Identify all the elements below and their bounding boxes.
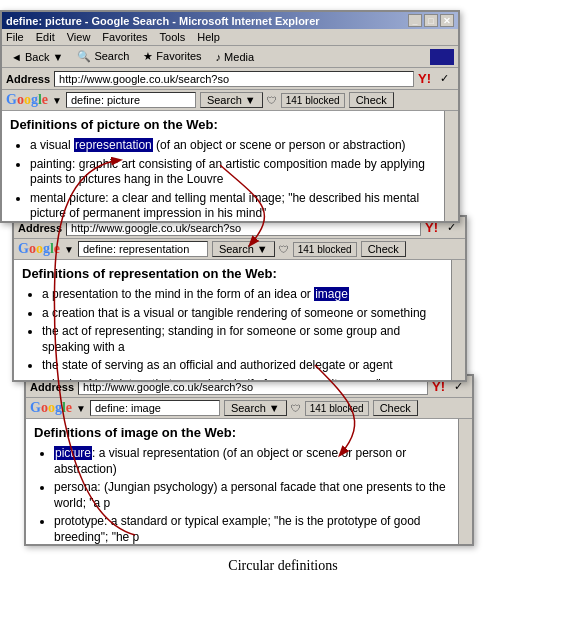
back-btn-1[interactable]: ◄ Back ▼ — [6, 49, 68, 65]
highlight-image: image — [314, 287, 349, 301]
list-item: a presentation to the mind in the form o… — [42, 287, 443, 303]
yahoo-y-1: Y! — [418, 71, 431, 86]
block-icon-3: 🛡 — [291, 403, 301, 414]
menu-file-1[interactable]: File — [6, 31, 24, 43]
google-bar-2: Google ▼ Search ▼ 🛡 141 blocked Check — [14, 239, 465, 260]
list-item: prototype: a standard or typical example… — [54, 514, 450, 544]
google-logo-1: Google — [6, 92, 48, 108]
check-btn-1[interactable]: Check — [349, 92, 394, 108]
close-btn-1[interactable]: ✕ — [440, 14, 454, 27]
list-item: a creation that is a visual or tangible … — [42, 306, 443, 322]
google-dropdown-arrow-1[interactable]: ▼ — [52, 95, 62, 106]
def-title-3: Definitions of image on the Web: — [34, 425, 450, 440]
address-label-1: Address — [6, 73, 50, 85]
list-item: the act of representing; standing in for… — [42, 324, 443, 355]
menu-edit-1[interactable]: Edit — [36, 31, 55, 43]
search-btn-toolbar-1[interactable]: 🔍 Search — [72, 48, 134, 65]
content-area-2: Definitions of representation on the Web… — [14, 260, 465, 380]
address-label-3: Address — [30, 381, 74, 393]
def-list-2: a presentation to the mind in the form o… — [22, 287, 443, 380]
list-item: picture: a visual representation (of an … — [54, 446, 450, 477]
blocked-badge-2: 141 blocked — [293, 242, 357, 257]
check-btn-2[interactable]: Check — [361, 241, 406, 257]
title-bar-1: define: picture - Google Search - Micros… — [2, 12, 458, 29]
google-dropdown-arrow-3[interactable]: ▼ — [76, 403, 86, 414]
media-btn-1[interactable]: ♪ Media — [211, 49, 260, 65]
windows-container: define: picture - Google Search - Micros… — [0, 10, 566, 546]
title-buttons-1: _ □ ✕ — [408, 14, 454, 27]
block-icon-2: 🛡 — [279, 244, 289, 255]
google-search-btn-1[interactable]: Search ▼ — [200, 92, 263, 108]
blocked-badge-3: 141 blocked — [305, 401, 369, 416]
def-list-3: picture: a visual representation (of an … — [34, 446, 450, 544]
block-icon-1: 🛡 — [267, 95, 277, 106]
list-item: persona: (Jungian psychology) a personal… — [54, 480, 450, 511]
toolbar-1: ◄ Back ▼ 🔍 Search ★ Favorites ♪ Media — [2, 46, 458, 68]
def-list-1: a visual representation (of an object or… — [10, 138, 436, 221]
menu-help-1[interactable]: Help — [197, 31, 220, 43]
list-item: a body of legislators that serve in beha… — [42, 377, 443, 380]
highlight-picture: picture — [54, 446, 92, 460]
title-text-1: define: picture - Google Search - Micros… — [6, 15, 320, 27]
browser-window-2: Address Y! ✓ Google ▼ Search ▼ 🛡 141 blo… — [12, 215, 467, 382]
google-logo-2: Google — [18, 241, 60, 257]
scrollbar-3[interactable] — [458, 419, 472, 544]
main-container: define: picture - Google Search - Micros… — [0, 0, 566, 584]
def-title-2: Definitions of representation on the Web… — [22, 266, 443, 281]
menu-view-1[interactable]: View — [67, 31, 91, 43]
content-area-1: Definitions of picture on the Web: a vis… — [2, 111, 458, 221]
google-search-input-1[interactable] — [66, 92, 196, 108]
scrollbar-1[interactable] — [444, 111, 458, 221]
caption: Circular definitions — [0, 558, 566, 574]
scrollbar-2[interactable] — [451, 260, 465, 380]
address-input-1[interactable] — [54, 71, 414, 87]
google-bar-1: Google ▼ Search ▼ 🛡 141 blocked Check — [2, 90, 458, 111]
address-go-1[interactable]: ✓ — [435, 70, 454, 87]
address-bar-1: Address Y! ✓ — [2, 68, 458, 90]
def-title-1: Definitions of picture on the Web: — [10, 117, 436, 132]
browser-window-1: define: picture - Google Search - Micros… — [0, 10, 460, 223]
list-item: the state of serving as an official and … — [42, 358, 443, 374]
address-label-2: Address — [18, 222, 62, 234]
list-item: a visual representation (of an object or… — [30, 138, 436, 154]
google-logo-3: Google — [30, 400, 72, 416]
browser-window-3: Address Y! ✓ Google ▼ Search ▼ 🛡 141 blo… — [24, 374, 474, 546]
google-search-input-3[interactable] — [90, 400, 220, 416]
google-search-btn-3[interactable]: Search ▼ — [224, 400, 287, 416]
google-search-input-2[interactable] — [78, 241, 208, 257]
ie-logo-1 — [430, 49, 454, 65]
minimize-btn-1[interactable]: _ — [408, 14, 422, 27]
highlight-representation: representation — [74, 138, 153, 152]
menu-bar-1: File Edit View Favorites Tools Help — [2, 29, 458, 46]
google-search-btn-2[interactable]: Search ▼ — [212, 241, 275, 257]
blocked-badge-1: 141 blocked — [281, 93, 345, 108]
menu-tools-1[interactable]: Tools — [160, 31, 186, 43]
check-btn-3[interactable]: Check — [373, 400, 418, 416]
list-item: mental picture: a clear and telling ment… — [30, 191, 436, 221]
favorites-btn-1[interactable]: ★ Favorites — [138, 48, 206, 65]
content-area-3: Definitions of image on the Web: picture… — [26, 419, 472, 544]
google-dropdown-arrow-2[interactable]: ▼ — [64, 244, 74, 255]
maximize-btn-1[interactable]: □ — [424, 14, 438, 27]
google-bar-3: Google ▼ Search ▼ 🛡 141 blocked Check — [26, 398, 472, 419]
list-item: painting: graphic art consisting of an a… — [30, 157, 436, 188]
menu-favorites-1[interactable]: Favorites — [102, 31, 147, 43]
